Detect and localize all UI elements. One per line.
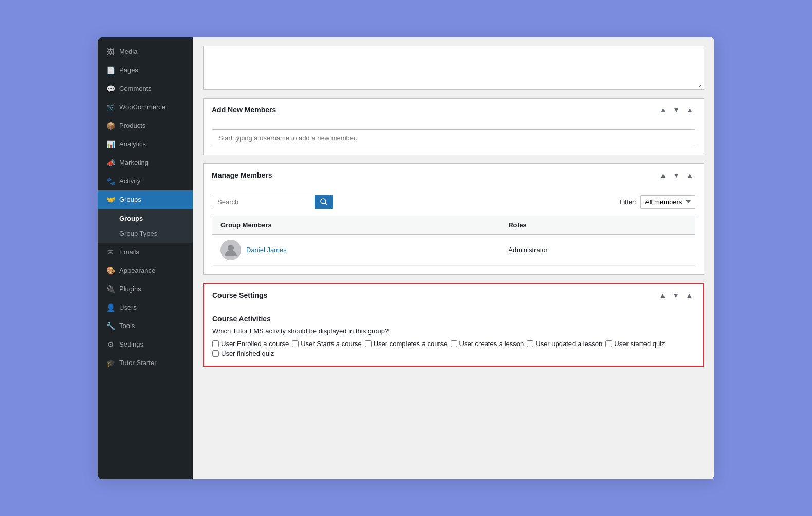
course-activities-desc: Which Tutor LMS activity should be displ… bbox=[212, 327, 695, 335]
manage-members-down-btn[interactable]: ▼ bbox=[671, 170, 682, 180]
checkbox-enrolled-label: User Enrolled a course bbox=[221, 340, 289, 348]
content-area: Add New Members ▲ ▼ ▲ Manage Members ▲ bbox=[193, 37, 714, 385]
checkbox-enrolled-input[interactable] bbox=[212, 340, 219, 347]
checkbox-creates-input[interactable] bbox=[451, 340, 457, 347]
manage-members-title: Manage Members bbox=[212, 171, 272, 179]
checkbox-updated-lesson: User updated a lesson bbox=[527, 340, 602, 348]
col-roles: Roles bbox=[500, 216, 695, 234]
media-icon: 🖼 bbox=[106, 47, 115, 56]
checkbox-completes-input[interactable] bbox=[365, 340, 372, 347]
analytics-icon: 📊 bbox=[106, 140, 115, 149]
groups-submenu: Groups Group Types bbox=[98, 209, 193, 243]
table-row: Daniel James Administrator bbox=[212, 234, 695, 265]
course-settings-collapse-btn[interactable]: ▲ bbox=[684, 290, 695, 300]
users-icon: 👤 bbox=[106, 303, 115, 312]
filter-row: Filter: All members Members Moderators A… bbox=[620, 195, 696, 209]
sidebar-item-pages[interactable]: 📄 Pages bbox=[98, 61, 193, 80]
course-settings-body: Course Activities Which Tutor LMS activi… bbox=[203, 307, 704, 367]
member-cell: Daniel James bbox=[212, 234, 501, 265]
manage-members-body: Filter: All members Members Moderators A… bbox=[203, 186, 704, 275]
sidebar-item-users[interactable]: 👤 Users bbox=[98, 298, 193, 317]
add-member-input[interactable] bbox=[212, 129, 695, 146]
submenu-groups[interactable]: Groups bbox=[98, 211, 193, 226]
checkbox-creates-lesson: User creates a lesson bbox=[451, 340, 524, 348]
checkbox-finished-quiz: User finished quiz bbox=[212, 350, 274, 357]
manage-members-up-btn[interactable]: ▲ bbox=[657, 170, 669, 180]
checkbox-started-quiz: User started quiz bbox=[605, 340, 665, 348]
svg-line-1 bbox=[325, 203, 327, 205]
member-cell-content: Daniel James bbox=[220, 240, 492, 260]
col-members: Group Members bbox=[212, 216, 501, 234]
checkbox-starts: User Starts a course bbox=[292, 340, 362, 348]
add-members-up-btn[interactable]: ▲ bbox=[657, 105, 669, 115]
sidebar-item-tutor-starter[interactable]: 🎓 Tutor Starter bbox=[98, 354, 193, 372]
checkbox-started-quiz-label: User started quiz bbox=[614, 340, 665, 348]
sidebar-item-products[interactable]: 📦 Products bbox=[98, 117, 193, 135]
checkboxes-row: User Enrolled a course User Starts a cou… bbox=[212, 340, 695, 357]
sidebar-item-emails[interactable]: ✉ Emails bbox=[98, 243, 193, 261]
course-settings-down-btn[interactable]: ▼ bbox=[670, 290, 681, 300]
manage-members-controls: ▲ ▼ ▲ bbox=[657, 170, 695, 180]
comments-icon: 💬 bbox=[106, 84, 115, 93]
search-button[interactable] bbox=[315, 195, 333, 209]
emails-icon: ✉ bbox=[106, 247, 115, 257]
plugins-icon: 🔌 bbox=[106, 284, 115, 294]
sidebar-item-settings[interactable]: ⚙ Settings bbox=[98, 335, 193, 354]
member-name[interactable]: Daniel James bbox=[246, 246, 287, 254]
sidebar-item-media[interactable]: 🖼 Media bbox=[98, 43, 193, 61]
groups-icon: 🤝 bbox=[106, 195, 115, 204]
sidebar-item-appearance[interactable]: 🎨 Appearance bbox=[98, 261, 193, 280]
checkbox-completes-label: User completes a course bbox=[374, 340, 448, 348]
avatar bbox=[220, 240, 241, 260]
course-settings-section: Course Settings ▲ ▼ ▲ Course Activities … bbox=[203, 283, 704, 367]
checkbox-updated-label: User updated a lesson bbox=[536, 340, 602, 348]
appearance-icon: 🎨 bbox=[106, 266, 115, 275]
search-input[interactable] bbox=[212, 195, 315, 209]
textarea-section bbox=[203, 46, 704, 90]
course-settings-controls: ▲ ▼ ▲ bbox=[657, 290, 695, 300]
avatar-icon bbox=[223, 242, 239, 258]
course-activities-title: Course Activities bbox=[212, 315, 695, 323]
add-members-section: Add New Members ▲ ▼ ▲ bbox=[203, 98, 704, 155]
submenu-group-types[interactable]: Group Types bbox=[98, 226, 193, 241]
search-icon bbox=[320, 198, 327, 205]
filter-select[interactable]: All members Members Moderators Admins Ba… bbox=[640, 195, 695, 209]
description-textarea[interactable] bbox=[204, 46, 704, 87]
checkbox-starts-label: User Starts a course bbox=[301, 340, 362, 348]
sidebar-item-groups[interactable]: 🤝 Groups bbox=[98, 190, 193, 209]
sidebar-item-activity[interactable]: 🐾 Activity bbox=[98, 172, 193, 190]
add-members-title: Add New Members bbox=[212, 106, 276, 114]
add-members-collapse-btn[interactable]: ▲ bbox=[684, 105, 695, 115]
sidebar-item-analytics[interactable]: 📊 Analytics bbox=[98, 135, 193, 154]
sidebar-item-plugins[interactable]: 🔌 Plugins bbox=[98, 280, 193, 298]
sidebar-item-woocommerce[interactable]: 🛒 WooCommerce bbox=[98, 98, 193, 117]
main-content: Add New Members ▲ ▼ ▲ Manage Members ▲ bbox=[193, 37, 714, 479]
checkbox-finished-input[interactable] bbox=[212, 350, 219, 357]
sidebar: 🖼 Media 📄 Pages 💬 Comments 🛒 WooCommerce… bbox=[98, 37, 193, 479]
tools-icon: 🔧 bbox=[106, 321, 115, 331]
checkbox-updated-input[interactable] bbox=[527, 340, 533, 347]
manage-members-section: Manage Members ▲ ▼ ▲ bbox=[203, 163, 704, 275]
sidebar-item-comments[interactable]: 💬 Comments bbox=[98, 80, 193, 98]
woocommerce-icon: 🛒 bbox=[106, 103, 115, 112]
checkbox-finished-label: User finished quiz bbox=[221, 350, 274, 357]
checkbox-started-quiz-input[interactable] bbox=[605, 340, 612, 347]
add-members-down-btn[interactable]: ▼ bbox=[671, 105, 682, 115]
checkbox-creates-label: User creates a lesson bbox=[459, 340, 524, 348]
manage-members-header: Manage Members ▲ ▼ ▲ bbox=[203, 163, 704, 186]
add-members-body bbox=[203, 121, 704, 155]
tutor-starter-icon: 🎓 bbox=[106, 358, 115, 368]
sidebar-item-marketing[interactable]: 📣 Marketing bbox=[98, 154, 193, 172]
search-filter-row: Filter: All members Members Moderators A… bbox=[212, 195, 695, 209]
checkbox-starts-input[interactable] bbox=[292, 340, 299, 347]
member-role: Administrator bbox=[500, 234, 695, 265]
checkbox-completes: User completes a course bbox=[365, 340, 448, 348]
checkbox-enrolled: User Enrolled a course bbox=[212, 340, 289, 348]
manage-members-collapse-btn[interactable]: ▲ bbox=[684, 170, 695, 180]
course-settings-up-btn[interactable]: ▲ bbox=[657, 290, 668, 300]
marketing-icon: 📣 bbox=[106, 158, 115, 167]
add-members-controls: ▲ ▼ ▲ bbox=[657, 105, 695, 115]
products-icon: 📦 bbox=[106, 121, 115, 130]
sidebar-item-tools[interactable]: 🔧 Tools bbox=[98, 317, 193, 335]
course-settings-header: Course Settings ▲ ▼ ▲ bbox=[203, 283, 704, 307]
